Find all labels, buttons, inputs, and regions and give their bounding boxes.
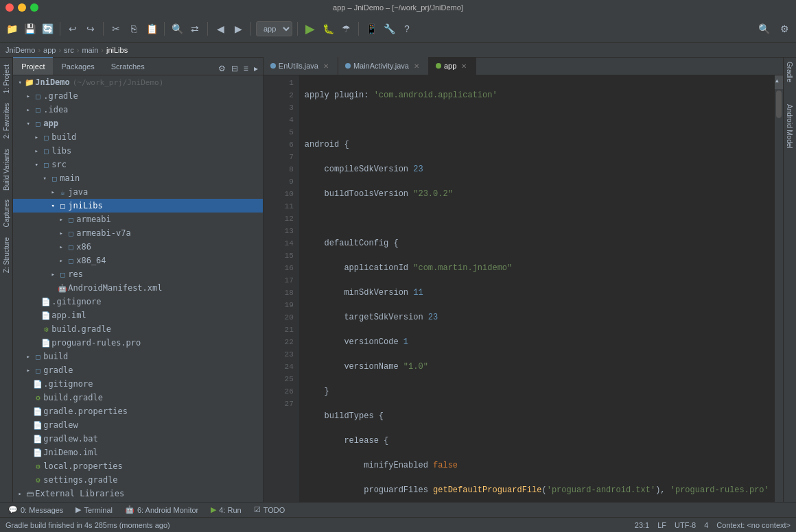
tree-item-libs[interactable]: ▸ □ libs xyxy=(13,144,263,158)
sync-button[interactable]: 🔄 xyxy=(40,21,55,36)
copy-button[interactable]: ⎘ xyxy=(126,21,141,36)
tree-item-gradlew-bat[interactable]: ▸ 📄 gradlew.bat xyxy=(13,432,263,446)
editor-tab-app[interactable]: app ✕ xyxy=(429,57,476,75)
tree-item-x86-64[interactable]: ▸ □ x86_64 xyxy=(13,254,263,267)
tree-item-x86[interactable]: ▸ □ x86 xyxy=(13,240,263,254)
tree-item-local-props[interactable]: ▸ ⚙ local.properties xyxy=(13,459,263,473)
breadcrumb-main[interactable]: main xyxy=(82,46,98,54)
vtab-gradle[interactable]: Gradle xyxy=(784,58,795,86)
tree-item-build-gradle-root[interactable]: ▸ ⚙ build.gradle xyxy=(13,391,263,404)
sync-project-button[interactable]: ⚙ xyxy=(216,62,228,75)
tree-item-jnidemo[interactable]: ▾ 📁 JniDemo (~/work_prj/JniDemo) xyxy=(13,75,263,89)
vtab-android-model[interactable]: Android Model xyxy=(784,100,795,152)
sdk-button[interactable]: 🔧 xyxy=(382,21,397,36)
tab-packages[interactable]: Packages xyxy=(53,57,102,75)
back-button[interactable]: ◀ xyxy=(213,21,228,36)
tab-project[interactable]: Project xyxy=(13,57,53,75)
tree-item-gradle-properties[interactable]: ▸ 📄 gradle.properties xyxy=(13,404,263,418)
editor-tab-enutils[interactable]: EnUtils.java ✕ xyxy=(264,57,338,75)
tree-item-jnilibs[interactable]: ▾ □ jniLibs xyxy=(13,199,263,213)
cursor-position[interactable]: 23:1 xyxy=(635,521,649,529)
tree-item-settings-gradle[interactable]: ▸ ⚙ settings.gradle xyxy=(13,473,263,487)
tree-item-armeabi-v7a[interactable]: ▸ □ armeabi-v7a xyxy=(13,226,263,240)
line-ending[interactable]: LF xyxy=(657,521,666,529)
breadcrumb-src[interactable]: src xyxy=(64,46,74,54)
forward-button[interactable]: ▶ xyxy=(231,21,246,36)
close-mainactivity-tab[interactable]: ✕ xyxy=(412,61,421,71)
search-button[interactable]: 🔍 xyxy=(169,21,185,36)
breadcrumb-jnilibs[interactable]: jniLibs xyxy=(106,46,128,54)
arrow-gradle: ▸ xyxy=(24,93,32,99)
undo-button[interactable]: ↩ xyxy=(65,21,80,36)
tree-item-gradle-root[interactable]: ▸ □ gradle xyxy=(13,363,263,377)
scroll-up-button[interactable]: ▴ xyxy=(775,75,783,89)
tree-item-build-gradle-app[interactable]: ▸ ⚙ build.gradle xyxy=(13,322,263,336)
vtab-captures[interactable]: Captures xyxy=(1,195,12,232)
vtab-favorites[interactable]: 2: Favorites xyxy=(1,99,12,143)
more-actions-button[interactable]: ▸ xyxy=(252,62,260,75)
btab-todo[interactable]: ☑ TODO xyxy=(248,503,291,517)
app-selector[interactable]: app xyxy=(256,21,292,36)
editor-scrollbar[interactable]: ▴ xyxy=(775,75,783,502)
code-line-6 xyxy=(305,213,769,225)
scroll-thumb[interactable] xyxy=(776,90,782,118)
btab-terminal[interactable]: ▶ Terminal xyxy=(70,503,118,517)
tree-item-build-root[interactable]: ▸ □ build xyxy=(13,350,263,363)
tree-item-gradle[interactable]: ▸ □ .gradle xyxy=(13,89,263,103)
help-button[interactable]: ? xyxy=(399,21,414,36)
tree-item-app[interactable]: ▾ □ app xyxy=(13,117,263,130)
gitignore-app-icon: 📄 xyxy=(40,296,51,307)
btab-messages[interactable]: 💬 0: Messages xyxy=(3,503,69,517)
encoding[interactable]: UTF-8 xyxy=(675,521,696,529)
avd-button[interactable]: 📱 xyxy=(364,21,379,36)
tree-item-res[interactable]: ▸ □ res xyxy=(13,267,263,281)
code-line-8: applicationId "com.martin.jnidemo" xyxy=(305,262,769,274)
tree-item-proguard[interactable]: ▸ 📄 proguard-rules.pro xyxy=(13,336,263,350)
filter-button[interactable]: ≡ xyxy=(242,62,250,75)
tree-item-gitignore-app[interactable]: ▸ 📄 .gitignore xyxy=(13,295,263,309)
tree-item-app-iml[interactable]: ▸ 📄 app.iml xyxy=(13,309,263,322)
btab-android-monitor[interactable]: 🤖 6: Android Monitor xyxy=(119,503,204,517)
editor-tab-mainactivity[interactable]: MainActivity.java ✕ xyxy=(338,57,429,75)
debug-button[interactable]: 🐛 xyxy=(320,21,336,36)
vtab-structure[interactable]: Z: Structure xyxy=(1,233,12,277)
save-button[interactable]: 💾 xyxy=(22,21,37,36)
global-search-icon[interactable]: 🔍 xyxy=(754,23,774,34)
redo-button[interactable]: ↪ xyxy=(83,21,98,36)
tree-item-external-libs[interactable]: ▸ 🗃 External Libraries xyxy=(13,487,263,500)
replace-button[interactable]: ⇄ xyxy=(187,21,202,36)
breadcrumb-app[interactable]: app xyxy=(43,46,56,54)
tree-item-idea[interactable]: ▸ □ .idea xyxy=(13,103,263,117)
paste-button[interactable]: 📋 xyxy=(144,21,159,36)
breadcrumb-jnidemo[interactable]: JniDemo xyxy=(5,46,35,54)
tree-item-src[interactable]: ▾ □ src xyxy=(13,158,263,171)
cut-button[interactable]: ✂ xyxy=(108,21,124,36)
tab-scratches[interactable]: Scratches xyxy=(103,57,153,75)
code-content[interactable]: apply plugin: 'com.android.application' … xyxy=(299,75,775,502)
btab-run[interactable]: ▶ 4: Run xyxy=(205,503,246,517)
minimize-button[interactable] xyxy=(18,3,26,12)
tree-item-jnidemo-iml[interactable]: ▸ 📄 JniDemo.iml xyxy=(13,446,263,459)
idea-folder-icon: □ xyxy=(32,104,43,115)
settings-button[interactable]: ⚙ xyxy=(777,21,792,36)
run-button[interactable]: ▶ xyxy=(303,21,318,36)
tree-item-main[interactable]: ▾ □ main xyxy=(13,171,263,185)
vtab-build-variants[interactable]: Build Variants xyxy=(1,145,12,195)
context-info: Context: <no context> xyxy=(716,521,791,529)
coverage-button[interactable]: ☂ xyxy=(338,21,353,36)
tree-item-java[interactable]: ▸ ☕ java xyxy=(13,185,263,199)
tree-item-androidmanifest[interactable]: ▸ 🤖 AndroidManifest.xml xyxy=(13,281,263,295)
tree-item-gradlew[interactable]: ▸ 📄 gradlew xyxy=(13,418,263,432)
tree-item-armeabi[interactable]: ▸ □ armeabi xyxy=(13,213,263,226)
code-editor[interactable]: 1 2 3 4 5 6 7 8 9 10 11 12 13 14 15 16 1… xyxy=(264,75,783,502)
close-enutils-tab[interactable]: ✕ xyxy=(321,61,331,71)
close-app-tab[interactable]: ✕ xyxy=(459,61,469,71)
collapse-all-button[interactable]: ⊟ xyxy=(229,62,240,75)
code-line-15: release { xyxy=(305,435,769,447)
tree-item-build[interactable]: ▸ □ build xyxy=(13,130,263,144)
tree-item-gitignore-root[interactable]: ▸ 📄 .gitignore xyxy=(13,377,263,391)
close-button[interactable] xyxy=(5,3,14,12)
maximize-button[interactable] xyxy=(30,3,38,12)
open-folder-button[interactable]: 📁 xyxy=(4,21,19,36)
vtab-project[interactable]: 1: Project xyxy=(1,60,12,97)
